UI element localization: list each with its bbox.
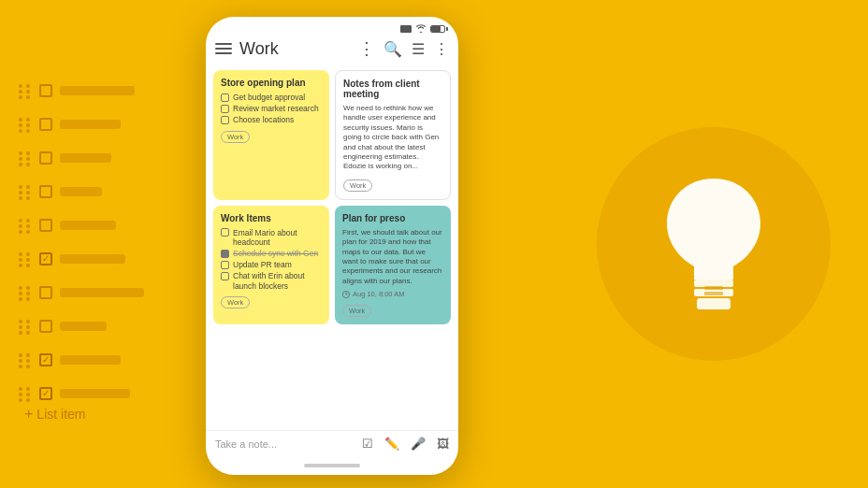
svg-rect-6	[704, 286, 723, 290]
header-more-icon[interactable]: ⋮	[358, 38, 376, 59]
list-checkbox[interactable]	[39, 118, 52, 131]
left-list: ✓✓✓	[19, 84, 144, 400]
svg-rect-7	[704, 292, 723, 295]
checkmark-icon: ✓	[42, 254, 50, 264]
note-label: Work	[343, 179, 372, 192]
list-item-bar	[60, 153, 111, 163]
checkmark-icon: ✓	[42, 355, 50, 365]
list-checkbox[interactable]	[39, 84, 52, 97]
note-title: Plan for preso	[342, 213, 443, 223]
list-item	[19, 185, 144, 198]
note-work-items[interactable]: Work Items Email Mario about headcount S…	[213, 206, 329, 324]
brush-icon[interactable]: ✏️	[384, 437, 399, 451]
list-item	[19, 219, 144, 232]
note-label: Work	[342, 305, 371, 317]
note-item: Get budget approval	[221, 93, 322, 102]
note-item: Review market research	[221, 104, 322, 113]
drag-icon	[19, 353, 32, 366]
note-body: We need to rethink how we handle user ex…	[343, 104, 442, 172]
take-note-placeholder[interactable]: Take a note...	[215, 438, 354, 450]
list-item	[19, 320, 144, 333]
list-item-bar	[60, 120, 121, 129]
list-item-bar	[60, 254, 125, 264]
note-plan-preso[interactable]: Plan for preso First, we should talk abo…	[335, 206, 451, 324]
view-icon[interactable]: ☰	[412, 40, 425, 58]
list-checkbox[interactable]	[39, 320, 52, 333]
add-item-label: List item	[36, 407, 85, 422]
more-icon[interactable]: ⋮	[434, 40, 449, 58]
list-item: ✓	[19, 387, 144, 400]
checkbox-icon	[221, 261, 229, 269]
note-item: Choose locations	[221, 115, 322, 124]
note-title: Notes from client meeting	[343, 79, 442, 99]
list-checkbox[interactable]	[39, 219, 52, 232]
svg-rect-3	[694, 280, 733, 287]
list-item	[19, 118, 144, 131]
svg-rect-5	[697, 298, 731, 309]
drag-icon	[19, 252, 32, 266]
list-checkbox[interactable]: ✓	[39, 252, 52, 266]
image-icon[interactable]: 🖼	[437, 437, 449, 451]
list-item	[19, 286, 144, 299]
note-title: Work Items	[221, 213, 322, 223]
phone: Work ⋮ 🔍 ☰ ⋮ Store opening plan Get budg…	[206, 17, 458, 475]
list-item-bar	[60, 322, 107, 331]
list-item-bar	[60, 355, 121, 365]
plus-icon: +	[24, 406, 33, 423]
list-item	[19, 151, 144, 165]
checklist-icon[interactable]: ☑	[362, 437, 373, 451]
mic-icon[interactable]: 🎤	[411, 437, 426, 451]
list-checkbox[interactable]	[39, 151, 52, 165]
note-label: Work	[221, 296, 250, 309]
checkbox-icon	[221, 228, 229, 237]
list-checkbox[interactable]: ✓	[39, 387, 52, 400]
list-item-bar	[60, 221, 116, 230]
note-body: First, we should talk about our plan for…	[342, 228, 443, 286]
app-header: Work ⋮ 🔍 ☰ ⋮	[206, 35, 458, 65]
header-title: Work	[239, 39, 351, 59]
list-checkbox[interactable]	[39, 185, 52, 198]
home-bar	[206, 456, 458, 475]
list-item	[19, 84, 144, 97]
wifi-icon	[415, 24, 427, 33]
drag-icon	[19, 118, 32, 131]
drag-icon	[19, 185, 32, 198]
drag-icon	[19, 219, 32, 232]
note-item: Chat with Erin about launch blockers	[221, 271, 322, 290]
drag-icon	[19, 320, 32, 333]
note-store-opening[interactable]: Store opening plan Get budget approval R…	[213, 70, 329, 200]
note-client-meeting[interactable]: Notes from client meeting We need to ret…	[335, 70, 451, 200]
checkbox-icon	[221, 93, 229, 102]
list-checkbox[interactable]	[39, 286, 52, 299]
list-checkbox[interactable]: ✓	[39, 353, 52, 366]
list-item: ✓	[19, 252, 144, 266]
signal-icon	[400, 25, 412, 33]
hamburger-menu[interactable]	[215, 43, 232, 54]
list-item: ✓	[19, 353, 144, 366]
list-item-bar	[60, 187, 102, 196]
list-item-bar	[60, 86, 135, 95]
home-indicator	[304, 464, 360, 467]
search-icon[interactable]: 🔍	[383, 40, 402, 58]
note-item: Schedule sync with Gen	[221, 249, 322, 258]
phone-status-bar	[206, 17, 458, 35]
circle-background	[597, 127, 831, 361]
footer: Take a note... ☑ ✏️ 🎤 🖼	[206, 430, 458, 456]
note-item: Update PR team	[221, 260, 322, 269]
note-title: Store opening plan	[221, 78, 322, 88]
drag-icon	[19, 84, 32, 97]
note-date: Aug 10, 8:00 AM	[342, 290, 443, 298]
drag-icon	[19, 151, 32, 165]
checkbox-icon	[221, 116, 229, 124]
checkbox-icon	[221, 250, 229, 258]
lightbulb-icon	[653, 169, 774, 319]
add-item-row[interactable]: + List item	[24, 406, 85, 423]
checkmark-icon: ✓	[42, 389, 50, 398]
drag-icon	[19, 286, 32, 299]
checkbox-icon	[221, 105, 229, 113]
clock-icon	[342, 291, 350, 298]
footer-icons: ☑ ✏️ 🎤 🖼	[362, 437, 449, 451]
notes-grid: Store opening plan Get budget approval R…	[206, 65, 458, 430]
lightbulb-section	[597, 127, 831, 361]
checkbox-icon	[221, 272, 229, 280]
